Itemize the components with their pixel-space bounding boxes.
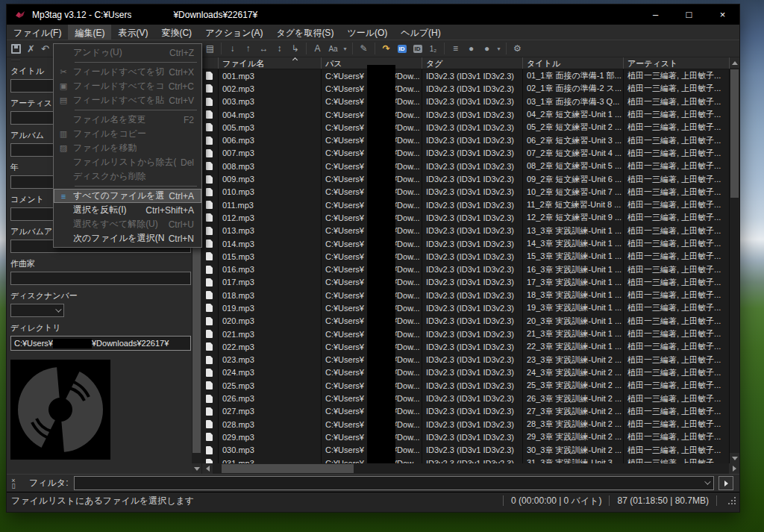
table-row[interactable]: 022.mp3 C:¥Users¥¥Dow... ID3v2.3 (ID3v1 … [202, 340, 730, 353]
format-dropdown-icon[interactable]: ▾ [341, 41, 349, 56]
table-row[interactable]: 029.mp3 C:¥Users¥¥Dow... ID3v2.3 (ID3v1 … [202, 431, 730, 443]
scroll-right-arrow[interactable] [729, 463, 739, 474]
table-row[interactable]: 007.mp3 C:¥Users¥¥Dow... ID3v2.3 (ID3v1 … [202, 147, 730, 160]
hscroll-thumb[interactable] [222, 464, 354, 473]
header-filename[interactable]: ファイル名 [219, 57, 322, 69]
edit-menu-item[interactable]: 選択を反転(I) Ctrl+Shift+A [54, 203, 201, 217]
menu-view[interactable]: 表示(V) [111, 25, 154, 40]
header-icon-column[interactable] [202, 57, 219, 69]
edit-menu-item[interactable]: ≡ すべてのファイルを選択(F) Ctrl+A [54, 189, 201, 203]
table-row[interactable]: 018.mp3 C:¥Users¥¥Dow... ID3v2.3 (ID3v1 … [202, 289, 730, 301]
table-row[interactable]: 006.mp3 C:¥Users¥¥Dow... ID3v2.3 (ID3v1 … [202, 134, 730, 146]
case-conversion-icon[interactable]: A [310, 41, 325, 56]
header-title[interactable]: タイトル [523, 57, 624, 69]
web-database-icon[interactable]: ● [463, 41, 479, 56]
web-sources-icon[interactable]: ↷ [378, 41, 394, 56]
table-row[interactable]: 010.mp3 C:¥Users¥¥Dow... ID3v2.3 (ID3v1 … [202, 186, 730, 198]
table-row[interactable]: 011.mp3 C:¥Users¥¥Dow... ID3v2.3 (ID3v1 … [202, 198, 730, 211]
undo-icon[interactable]: ↶ [41, 43, 49, 54]
edit-menu-item[interactable]: ✂ フィールドすべてを切取(T) Ctrl+X [54, 65, 201, 79]
close-button[interactable]: × [706, 4, 739, 25]
toolbar-separator[interactable] [303, 41, 310, 56]
freedb-dropdown-icon[interactable]: ▾ [495, 41, 503, 56]
menu-tag-sources[interactable]: タグを取得(S) [270, 25, 341, 40]
remove-tag-icon[interactable]: ID [410, 41, 425, 56]
disc-number-field[interactable] [10, 304, 64, 317]
title-bar[interactable]: Mp3tag v3.12 - C:¥Users ¥Downloads¥22617… [7, 4, 739, 25]
freedb-icon[interactable]: ● [479, 41, 495, 56]
filter-pin-icon[interactable]: ▯ [12, 484, 16, 489]
table-row[interactable]: 026.mp3 C:¥Users¥¥Dow... ID3v2.3 (ID3v1 … [202, 392, 730, 404]
menu-actions[interactable]: アクション(A) [198, 25, 269, 40]
table-row[interactable]: 003.mp3 C:¥Users¥¥Dow... ID3v2.3 (ID3v1 … [202, 96, 730, 108]
autonumber-icon[interactable]: 1₂ [425, 41, 441, 56]
table-row[interactable]: 014.mp3 C:¥Users¥¥Dow... ID3v2.3 (ID3v1 … [202, 237, 730, 250]
edit-menu-item[interactable]: ▣ フィールドすべてをコピー(O) Ctrl+C [54, 79, 201, 93]
filename-from-filename-icon[interactable]: ↔ [256, 41, 272, 56]
menu-file[interactable]: ファイル(F) [7, 25, 68, 40]
scroll-up-arrow[interactable] [730, 57, 739, 68]
album-art-placeholder[interactable] [10, 360, 110, 460]
scroll-left-arrow[interactable] [202, 463, 213, 474]
table-row[interactable]: 004.mp3 C:¥Users¥¥Dow... ID3v2.3 (ID3v1 … [202, 108, 730, 121]
table-row[interactable]: 009.mp3 C:¥Users¥¥Dow... ID3v2.3 (ID3v1 … [202, 172, 730, 185]
table-row[interactable]: 028.mp3 C:¥Users¥¥Dow... ID3v2.3 (ID3v1 … [202, 418, 730, 431]
edit-menu-item[interactable]: ディスクから削除 [54, 169, 201, 184]
table-row[interactable]: 017.mp3 C:¥Users¥¥Dow... ID3v2.3 (ID3v1 … [202, 276, 730, 289]
options-icon[interactable]: ⚙ [510, 41, 525, 56]
menu-edit[interactable]: 編集(E) [68, 25, 111, 40]
filter-apply-button[interactable] [718, 476, 733, 490]
menu-help[interactable]: ヘルプ(H) [394, 25, 448, 40]
table-row[interactable]: 031.mp3 C:¥Users¥¥Dow... ID3v2.3 (ID3v1 … [202, 457, 730, 463]
table-row[interactable]: 030.mp3 C:¥Users¥¥Dow... ID3v2.3 (ID3v1 … [202, 444, 730, 457]
remove-icon[interactable]: ✗ [27, 43, 35, 54]
table-row[interactable]: 001.mp3 C:¥Users¥¥Dow... ID3v2.3 (ID3v1 … [202, 69, 730, 82]
table-row[interactable]: 027.mp3 C:¥Users¥¥Dow... ID3v2.3 (ID3v1 … [202, 405, 730, 418]
format-value-icon[interactable]: Aa [325, 41, 341, 56]
edit-menu-item[interactable]: アンドゥ(U) Ctrl+Z [54, 46, 201, 60]
save-tag-icon[interactable]: ▤ [202, 41, 218, 56]
directory-combo[interactable]: C:¥Users¥¥Downloads¥22617¥ [10, 336, 191, 351]
toolbar-separator[interactable] [441, 41, 448, 56]
edit-menu-item[interactable]: ▥ ファイルをコピー [54, 127, 201, 141]
edit-menu-item[interactable] [75, 62, 197, 63]
table-row[interactable]: 012.mp3 C:¥Users¥¥Dow... ID3v2.3 (ID3v1 … [202, 211, 730, 224]
table-row[interactable]: 023.mp3 C:¥Users¥¥Dow... ID3v2.3 (ID3v1 … [202, 354, 730, 366]
table-row[interactable]: 008.mp3 C:¥Users¥¥Dow... ID3v2.3 (ID3v1 … [202, 160, 730, 172]
list-vertical-scrollbar[interactable] [730, 57, 739, 463]
composer-field[interactable] [10, 272, 191, 285]
table-row[interactable]: 015.mp3 C:¥Users¥¥Dow... ID3v2.3 (ID3v1 … [202, 250, 730, 263]
scroll-down-arrow[interactable] [192, 463, 201, 474]
edit-menu-item[interactable]: ▨ ファイルを移動 [54, 141, 201, 155]
table-row[interactable]: 021.mp3 C:¥Users¥¥Dow... ID3v2.3 (ID3v1 … [202, 328, 730, 340]
toolbar-separator[interactable] [218, 41, 225, 56]
tag-from-textfile-icon[interactable]: ↳ [287, 41, 303, 56]
resize-grip[interactable] [727, 496, 736, 505]
maximize-button[interactable]: □ [672, 4, 706, 25]
extended-tags-icon[interactable]: ID [394, 41, 410, 56]
table-row[interactable]: 013.mp3 C:¥Users¥¥Dow... ID3v2.3 (ID3v1 … [202, 225, 730, 237]
header-artist[interactable]: アーティスト [624, 57, 730, 69]
toolbar-separator[interactable] [349, 41, 356, 56]
table-row[interactable]: 020.mp3 C:¥Users¥¥Dow... ID3v2.3 (ID3v1 … [202, 315, 730, 328]
edit-menu-item[interactable] [75, 110, 197, 110]
header-tag[interactable]: タグ [422, 57, 523, 69]
textfile-from-tag-icon[interactable]: ↕ [272, 41, 287, 56]
filter-input[interactable] [74, 476, 714, 490]
menu-convert[interactable]: 変換(C) [154, 25, 198, 40]
list-horizontal-scrollbar[interactable] [202, 463, 739, 474]
vscroll-thumb[interactable] [730, 69, 739, 198]
toolbar-separator[interactable] [503, 41, 510, 56]
edit-menu-item[interactable]: 次のファイルを選択(N) Ctrl+N [54, 231, 201, 245]
tag-from-filename-icon[interactable]: ↓ [225, 41, 240, 56]
table-row[interactable]: 024.mp3 C:¥Users¥¥Dow... ID3v2.3 (ID3v1 … [202, 366, 730, 379]
edit-menu-item[interactable] [75, 186, 197, 187]
table-row[interactable]: 002.mp3 C:¥Users¥¥Dow... ID3v2.3 (ID3v1 … [202, 82, 730, 95]
table-row[interactable]: 016.mp3 C:¥Users¥¥Dow... ID3v2.3 (ID3v1 … [202, 263, 730, 275]
minimize-button[interactable]: – [639, 4, 672, 25]
toolbar-separator[interactable] [372, 41, 378, 56]
menu-tools[interactable]: ツール(O) [340, 25, 394, 40]
columns-icon[interactable]: ≡ [448, 41, 463, 56]
scroll-down-arrow[interactable] [730, 453, 739, 463]
table-row[interactable]: 019.mp3 C:¥Users¥¥Dow... ID3v2.3 (ID3v1 … [202, 301, 730, 314]
